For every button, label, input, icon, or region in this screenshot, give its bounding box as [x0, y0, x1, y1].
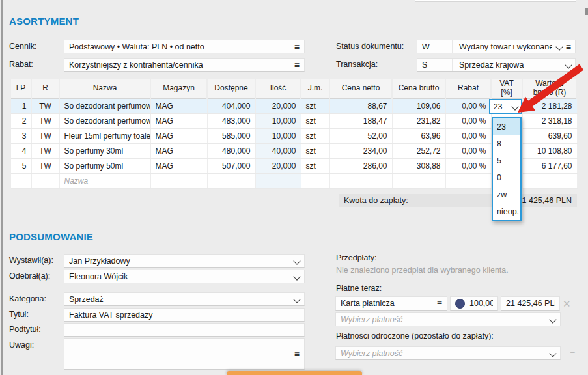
- cell-r[interactable]: TW: [31, 129, 59, 144]
- cell-r[interactable]: TW: [31, 99, 59, 114]
- transakcja-select[interactable]: S Sprzedaż krajowa: [417, 58, 576, 72]
- chevron-down-icon[interactable]: [293, 296, 300, 303]
- menu-icon[interactable]: ≡: [294, 61, 300, 70]
- cell-dostepne[interactable]: [207, 174, 255, 189]
- cell-magazyn[interactable]: MAG: [150, 99, 207, 114]
- rabat-field[interactable]: Korzystniejszy z kontrahenta/cennika ≡: [64, 58, 305, 72]
- cell-dostepne[interactable]: 480,000: [207, 144, 255, 159]
- cell-lp[interactable]: 4: [11, 144, 31, 159]
- vat-option-5[interactable]: 5: [493, 152, 520, 169]
- menu-icon[interactable]: ≡: [437, 299, 442, 308]
- menu-icon[interactable]: ≡: [566, 42, 571, 51]
- cell-jm[interactable]: szt: [301, 114, 329, 129]
- chevron-down-icon[interactable]: [293, 273, 300, 280]
- payment-percent-field[interactable]: 100,00 %: [450, 296, 498, 311]
- vat-option-23[interactable]: 23: [493, 118, 520, 135]
- chevron-down-icon[interactable]: [549, 316, 556, 323]
- cell-dostepne[interactable]: 404,000: [207, 99, 255, 114]
- cell-lp[interactable]: [11, 174, 31, 189]
- cell-rabat[interactable]: 0,00 %: [445, 114, 491, 129]
- cell-jm[interactable]: szt: [301, 99, 329, 114]
- cell-r[interactable]: [31, 174, 59, 189]
- cell-nazwa[interactable]: So dezodorant perfumow...: [59, 114, 150, 129]
- cell-magazyn[interactable]: MAG: [150, 159, 207, 174]
- cell-cena-brutto[interactable]: 308,88: [392, 159, 445, 174]
- cell-r[interactable]: TW: [31, 144, 59, 159]
- cell-magazyn[interactable]: [150, 174, 207, 189]
- cell-cena-netto[interactable]: 188,47: [329, 114, 392, 129]
- cell-ilosc[interactable]: [255, 174, 301, 189]
- chevron-down-icon[interactable]: [565, 61, 572, 68]
- cell-magazyn[interactable]: MAG: [150, 144, 207, 159]
- cell-cena-netto[interactable]: 88,67: [329, 99, 392, 114]
- cell-rabat[interactable]: 0,00 %: [445, 159, 491, 174]
- cell-cena-netto[interactable]: 234,00: [329, 144, 392, 159]
- cell-lp[interactable]: 5: [11, 159, 31, 174]
- chevron-down-icon[interactable]: [293, 257, 300, 264]
- cell-cena-brutto[interactable]: 231,82: [392, 114, 445, 129]
- tytul-input[interactable]: Faktura VAT sprzedaży: [64, 308, 305, 322]
- odebral-select[interactable]: Eleonora Wójcik: [64, 270, 305, 283]
- cell-nazwa[interactable]: Fleur 15ml perfumy toalet.: [59, 129, 150, 144]
- uwagi-textarea[interactable]: ≡: [64, 338, 305, 370]
- cell-rabat[interactable]: 0,00 %: [445, 99, 491, 114]
- cell-dostepne[interactable]: 585,000: [207, 129, 255, 144]
- podtytul-input[interactable]: [64, 323, 305, 337]
- chevron-down-icon[interactable]: [549, 350, 556, 357]
- vat-combo[interactable]: 23: [489, 99, 522, 114]
- vat-option-8[interactable]: 8: [493, 135, 520, 152]
- cell-cena-netto[interactable]: 286,00: [329, 159, 392, 174]
- chevron-down-icon[interactable]: [511, 103, 518, 110]
- cell-wartosc[interactable]: [522, 174, 577, 189]
- cell-magazyn[interactable]: MAG: [150, 114, 207, 129]
- cell-jm[interactable]: szt: [301, 129, 329, 144]
- cell-wartosc[interactable]: 639,60: [522, 129, 577, 144]
- menu-icon[interactable]: ≡: [294, 42, 300, 51]
- remove-payment-icon[interactable]: ✕: [563, 299, 571, 309]
- deferred-payment-select[interactable]: Wybierz płatność: [335, 346, 561, 360]
- wystawil-select[interactable]: Jan Przykładowy: [64, 254, 305, 268]
- new-item-placeholder[interactable]: Nazwa: [59, 174, 150, 189]
- cell-ilosc[interactable]: 20,000: [255, 159, 301, 174]
- cell-lp[interactable]: 3: [11, 129, 31, 144]
- cell-nazwa[interactable]: So perfumy 30ml: [59, 144, 150, 159]
- cell-jm[interactable]: szt: [301, 144, 329, 159]
- chevron-down-icon[interactable]: [555, 43, 563, 50]
- cell-cena-brutto[interactable]: [392, 174, 445, 189]
- cell-lp[interactable]: 2: [11, 114, 31, 129]
- cell-wartosc[interactable]: 2 181,28: [522, 99, 577, 114]
- vat-option-0[interactable]: 0: [493, 169, 520, 186]
- cell-nazwa[interactable]: So dezodorant perfumow...: [59, 99, 150, 114]
- cell-nazwa[interactable]: So perfumy 50ml: [59, 159, 150, 174]
- cell-rabat[interactable]: 0,00 %: [445, 129, 491, 144]
- cell-magazyn[interactable]: MAG: [150, 129, 207, 144]
- cell-ilosc[interactable]: 10,000: [255, 114, 301, 129]
- menu-icon[interactable]: ≡: [570, 349, 575, 358]
- cell-ilosc[interactable]: 20,000: [255, 99, 301, 114]
- cell-cena-brutto[interactable]: 63,96: [392, 129, 445, 144]
- cell-r[interactable]: TW: [31, 114, 59, 129]
- vat-option-nieop[interactable]: nieop.: [493, 203, 520, 220]
- cell-lp[interactable]: 1: [11, 99, 31, 114]
- cell-wartosc[interactable]: 10 108,80: [522, 144, 577, 159]
- cell-dostepne[interactable]: 483,000: [207, 114, 255, 129]
- payment-select[interactable]: Wybierz płatność: [335, 312, 561, 326]
- cell-jm[interactable]: [301, 174, 329, 189]
- cell-wartosc[interactable]: 6 177,60: [522, 159, 577, 174]
- cell-wartosc[interactable]: 2 318,18: [522, 114, 577, 129]
- cell-r[interactable]: TW: [31, 159, 59, 174]
- cell-cena-brutto[interactable]: 252,72: [392, 144, 445, 159]
- cell-ilosc[interactable]: 40,000: [255, 144, 301, 159]
- cell-rabat[interactable]: 0,00 %: [445, 144, 491, 159]
- cell-cena-netto[interactable]: [329, 174, 392, 189]
- vat-option-zw[interactable]: zw: [493, 186, 520, 203]
- kategoria-select[interactable]: Sprzedaż: [64, 292, 305, 306]
- cell-cena-netto[interactable]: 52,00: [329, 129, 392, 144]
- cell-ilosc[interactable]: 10,000: [255, 129, 301, 144]
- cell-dostepne[interactable]: 507,000: [207, 159, 255, 174]
- cennik-field[interactable]: Podstawowy • Waluta: PLN • od netto ≡: [64, 40, 305, 53]
- cell-rabat[interactable]: [445, 174, 491, 189]
- cell-cena-brutto[interactable]: 109,06: [392, 99, 445, 114]
- payment-method-field[interactable]: Karta płatnicza ≡: [335, 296, 447, 311]
- cell-jm[interactable]: szt: [301, 159, 329, 174]
